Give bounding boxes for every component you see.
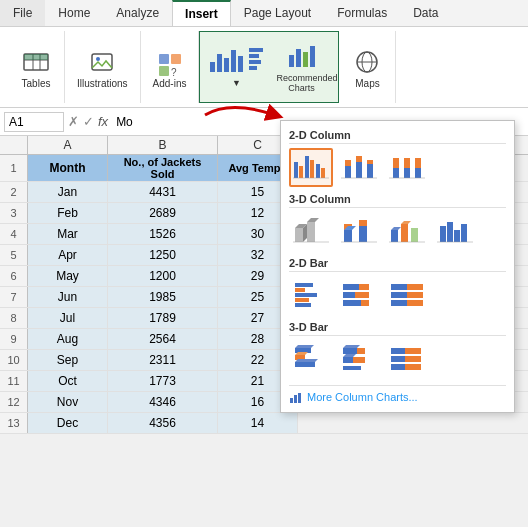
name-box[interactable] [4, 112, 64, 132]
recommended-charts-button[interactable]: Recommended Charts [272, 39, 330, 95]
svg-text:?: ? [171, 67, 177, 78]
3d-stacked-bar-chart-icon[interactable] [337, 340, 381, 379]
svg-rect-63 [401, 224, 408, 242]
svg-rect-14 [231, 50, 236, 72]
svg-rect-12 [217, 54, 222, 72]
100pct-stacked-column-chart-icon[interactable] [385, 148, 429, 187]
svg-rect-28 [294, 162, 298, 178]
svg-rect-86 [407, 292, 423, 298]
svg-rect-13 [224, 58, 229, 72]
svg-rect-106 [391, 364, 405, 370]
cell-a4[interactable]: Mar [28, 224, 108, 244]
table-row: 13 Dec 4356 14 [0, 413, 528, 434]
row-num-6: 6 [0, 266, 28, 286]
svg-rect-7 [159, 54, 169, 64]
cell-b3[interactable]: 2689 [108, 203, 218, 223]
tables-button[interactable]: Tables [16, 44, 56, 91]
svg-rect-107 [405, 364, 421, 370]
cell-a5[interactable]: Apr [28, 245, 108, 265]
svg-marker-97 [343, 345, 360, 348]
cell-a10[interactable]: Sep [28, 350, 108, 370]
addins-label: Add-ins [153, 78, 187, 89]
cell-a9[interactable]: Aug [28, 329, 108, 349]
cell-b1[interactable]: No., of Jackets Sold [108, 155, 218, 181]
col-header-b: B [108, 136, 218, 154]
svg-rect-77 [343, 284, 359, 290]
section-2d-bar: 2-D Bar [289, 257, 506, 272]
svg-rect-42 [393, 168, 399, 178]
ribbon-group-tables: Tables [8, 31, 65, 103]
tables-label: Tables [22, 78, 51, 89]
cell-b7[interactable]: 1985 [108, 287, 218, 307]
svg-rect-83 [391, 284, 407, 290]
3d-stacked-column-chart-icon[interactable] [337, 212, 381, 251]
cell-b6[interactable]: 1200 [108, 266, 218, 286]
illustrations-icon [86, 46, 118, 78]
svg-rect-81 [343, 300, 361, 306]
cell-a3[interactable]: Feb [28, 203, 108, 223]
cell-a8[interactable]: Jul [28, 308, 108, 328]
tab-page-layout[interactable]: Page Layout [231, 0, 324, 26]
clustered-bar-chart-icon[interactable] [289, 276, 333, 315]
3d-col-extra-icon[interactable] [433, 212, 477, 251]
cell-b4[interactable]: 1526 [108, 224, 218, 244]
3d-column-chart-icon[interactable] [385, 212, 429, 251]
tab-analyze[interactable]: Analyze [103, 0, 172, 26]
chart-row-2d-bar [289, 276, 506, 315]
svg-rect-104 [391, 356, 405, 362]
stacked-bar-chart-icon[interactable] [337, 276, 381, 315]
3d-100pct-stacked-bar-chart-icon[interactable] [385, 340, 429, 379]
tab-insert[interactable]: Insert [172, 0, 231, 26]
more-column-charts-link[interactable]: More Column Charts... [289, 385, 506, 404]
cell-a12[interactable]: Nov [28, 392, 108, 412]
100pct-stacked-bar-chart-icon[interactable] [385, 276, 429, 315]
svg-marker-90 [295, 345, 314, 348]
cell-b9[interactable]: 2564 [108, 329, 218, 349]
chart-row-2d-col [289, 148, 506, 187]
svg-rect-68 [447, 222, 453, 242]
svg-marker-100 [343, 354, 356, 357]
3d-clustered-column-chart-icon[interactable] [289, 212, 333, 251]
confirm-formula-icon[interactable]: ✓ [83, 114, 94, 129]
svg-rect-96 [357, 348, 365, 354]
cell-a1[interactable]: Month [28, 155, 108, 181]
cancel-formula-icon[interactable]: ✗ [68, 114, 79, 129]
insert-function-icon[interactable]: fx [98, 114, 108, 129]
cell-b10[interactable]: 2311 [108, 350, 218, 370]
svg-rect-23 [310, 46, 315, 67]
row-num-4: 4 [0, 224, 28, 244]
svg-rect-101 [343, 366, 361, 370]
cell-a13[interactable]: Dec [28, 413, 108, 433]
cell-a6[interactable]: May [28, 266, 108, 286]
svg-rect-19 [249, 66, 257, 70]
cell-c13[interactable]: 14 [218, 413, 298, 433]
svg-rect-4 [24, 54, 48, 60]
clustered-column-chart-icon[interactable] [289, 148, 333, 187]
cell-b13[interactable]: 4356 [108, 413, 218, 433]
cell-b5[interactable]: 1250 [108, 245, 218, 265]
svg-rect-11 [210, 62, 215, 72]
ribbon-tab-bar: File Home Analyze Insert Page Layout For… [0, 0, 528, 27]
svg-marker-53 [307, 218, 319, 222]
illustrations-button[interactable]: Illustrations [73, 44, 132, 91]
cell-a11[interactable]: Oct [28, 371, 108, 391]
cell-a7[interactable]: Jun [28, 287, 108, 307]
svg-rect-74 [295, 293, 317, 297]
row-num-13: 13 [0, 413, 28, 433]
3d-clustered-bar-chart-icon[interactable] [289, 340, 333, 379]
tab-home[interactable]: Home [45, 0, 103, 26]
svg-rect-30 [305, 156, 309, 178]
cell-a2[interactable]: Jan [28, 182, 108, 202]
tab-formulas[interactable]: Formulas [324, 0, 400, 26]
row-num-3: 3 [0, 203, 28, 223]
svg-rect-44 [404, 168, 410, 178]
cell-b2[interactable]: 4431 [108, 182, 218, 202]
tab-file[interactable]: File [0, 0, 45, 26]
tab-data[interactable]: Data [400, 0, 451, 26]
cell-b11[interactable]: 1773 [108, 371, 218, 391]
cell-b8[interactable]: 1789 [108, 308, 218, 328]
cell-b12[interactable]: 4346 [108, 392, 218, 412]
addins-button[interactable]: ? Add-ins [149, 44, 191, 91]
maps-button[interactable]: Maps [347, 44, 387, 91]
stacked-column-chart-icon[interactable] [337, 148, 381, 187]
